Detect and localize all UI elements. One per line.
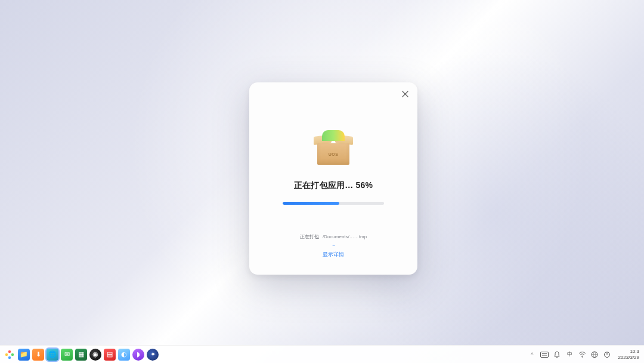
- packaging-dialog: UOS 正在打包应用… 56% 正在打包 /Documents/……tmp ⌃ …: [249, 82, 417, 275]
- status-row: 正在打包 /Documents/……tmp: [300, 233, 367, 240]
- chevron-up-icon: ⌃: [332, 245, 336, 250]
- svg-point-1: [11, 353, 14, 355]
- box-brand-label: UOS: [329, 152, 339, 156]
- taskbar-mail[interactable]: ✉: [61, 349, 73, 361]
- show-details-link[interactable]: 显示详情: [323, 251, 344, 259]
- desktop-wallpaper: UOS 正在打包应用… 56% 正在打包 /Documents/……tmp ⌃ …: [0, 0, 644, 363]
- tray-notification-icon[interactable]: [553, 350, 561, 359]
- package-box-icon: UOS: [314, 129, 353, 165]
- tray-date: 2023/3/29: [618, 355, 639, 360]
- tray-wifi-icon[interactable]: [578, 350, 586, 359]
- svg-point-2: [8, 356, 11, 358]
- progress-bar-fill: [283, 202, 339, 205]
- progress-title: 正在打包应用… 56%: [294, 180, 373, 191]
- taskbar-disc-app[interactable]: ✦: [147, 349, 159, 361]
- close-button[interactable]: [398, 87, 411, 100]
- taskbar-settings[interactable]: ◐: [118, 349, 130, 361]
- svg-rect-4: [541, 352, 549, 357]
- system-tray: ^ 中 10:3 2023/3/29: [528, 349, 640, 359]
- tray-keyboard-icon[interactable]: [540, 350, 549, 359]
- taskbar-apps: 📁 ⬇ 🌐 ✉ ▦ ◉ ▤ ◐ ◗ ✦: [4, 349, 159, 361]
- tray-globe-icon[interactable]: [590, 350, 599, 359]
- tray-expand-icon[interactable]: ^: [528, 350, 536, 359]
- taskbar-app-store[interactable]: ⬇: [32, 349, 44, 361]
- svg-point-7: [582, 356, 583, 358]
- taskbar-moon-app[interactable]: ◗: [132, 349, 144, 361]
- close-icon: [402, 91, 408, 97]
- status-label: 正在打包: [300, 233, 319, 240]
- svg-point-0: [8, 350, 11, 352]
- tray-power-icon[interactable]: [603, 350, 611, 359]
- taskbar-launcher[interactable]: [4, 349, 16, 361]
- status-path: /Documents/……tmp: [323, 234, 367, 239]
- taskbar-calendar[interactable]: ▦: [75, 349, 87, 361]
- taskbar-file-manager[interactable]: 📁: [18, 349, 30, 361]
- taskbar-music[interactable]: ◉: [89, 349, 101, 361]
- svg-point-3: [5, 353, 8, 355]
- taskbar: 📁 ⬇ 🌐 ✉ ▦ ◉ ▤ ◐ ◗ ✦ ^ 中: [0, 345, 644, 363]
- tray-time: 10:3: [618, 349, 639, 354]
- progress-text: 正在打包应用…: [294, 180, 353, 190]
- svg-rect-5: [542, 353, 547, 354]
- svg-rect-6: [542, 355, 547, 355]
- progress-bar: [283, 202, 384, 205]
- tray-clock[interactable]: 10:3 2023/3/29: [618, 349, 639, 359]
- tray-ime-icon[interactable]: 中: [565, 350, 574, 359]
- progress-percent: 56%: [355, 180, 373, 190]
- launcher-icon: [4, 349, 15, 360]
- taskbar-browser[interactable]: 🌐: [47, 349, 58, 361]
- taskbar-image-viewer[interactable]: ▤: [104, 349, 116, 361]
